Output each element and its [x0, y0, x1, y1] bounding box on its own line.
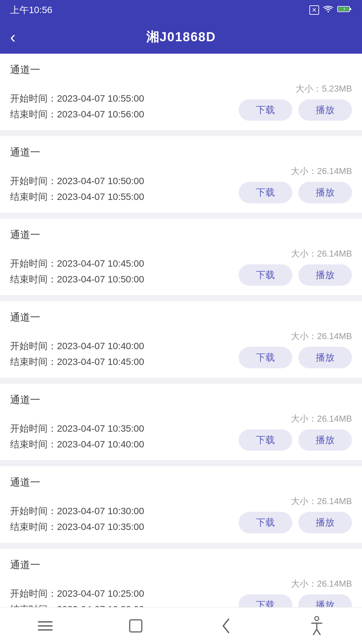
play-button[interactable]: 播放 — [298, 182, 352, 203]
record-actions: 下载 播放 — [239, 99, 352, 121]
record-details: 开始时间：2023-04-07 10:30:00 结束时间：2023-04-07… — [10, 495, 352, 533]
record-item: 通道一 开始时间：2023-04-07 10:30:00 结束时间：2023-0… — [0, 466, 362, 543]
record-start-time: 开始时间：2023-04-07 10:50:00 — [10, 174, 144, 187]
record-channel: 通道一 — [10, 311, 352, 324]
record-details: 开始时间：2023-04-07 10:55:00 结束时间：2023-04-07… — [10, 83, 352, 121]
wifi-icon — [323, 5, 333, 15]
record-start-time: 开始时间：2023-04-07 10:55:00 — [10, 92, 144, 105]
back-button[interactable]: ‹ — [10, 29, 16, 45]
record-right: 大小：26.14MB 下载 播放 — [239, 413, 352, 451]
record-size: 大小：26.14MB — [291, 165, 352, 177]
record-actions: 下载 播放 — [239, 182, 352, 203]
svg-rect-7 — [130, 620, 142, 632]
nav-home[interactable] — [119, 614, 153, 638]
nav-menu[interactable] — [28, 614, 62, 638]
record-start-time: 开始时间：2023-04-07 10:35:00 — [10, 422, 144, 435]
record-end-time: 结束时间：2023-04-07 10:55:00 — [10, 190, 144, 203]
page-title: 湘J01868D — [146, 29, 216, 46]
svg-point-8 — [315, 616, 319, 621]
record-start-time: 开始时间：2023-04-07 10:25:00 — [10, 587, 144, 600]
record-details: 开始时间：2023-04-07 10:50:00 结束时间：2023-04-07… — [10, 165, 352, 203]
record-channel: 通道一 — [10, 558, 352, 572]
record-times: 开始时间：2023-04-07 10:50:00 结束时间：2023-04-07… — [10, 174, 144, 203]
record-times: 开始时间：2023-04-07 10:40:00 结束时间：2023-04-07… — [10, 339, 144, 368]
play-button[interactable]: 播放 — [298, 264, 352, 286]
record-channel: 通道一 — [10, 228, 352, 242]
download-button[interactable]: 下载 — [239, 429, 292, 451]
section-divider — [0, 213, 362, 219]
record-right: 大小：26.14MB 下载 播放 — [239, 165, 352, 203]
header: ‹ 湘J01868D — [0, 20, 362, 54]
record-right: 大小：26.14MB 下载 播放 — [239, 330, 352, 368]
record-actions: 下载 播放 — [239, 512, 352, 533]
record-right: 大小：5.23MB 下载 播放 — [239, 83, 352, 121]
nav-accessibility[interactable] — [300, 614, 334, 638]
message-icon: ✕ — [309, 5, 319, 15]
record-end-time: 结束时间：2023-04-07 10:40:00 — [10, 438, 144, 451]
record-right: 大小：26.14MB 下载 播放 — [239, 248, 352, 286]
record-details: 开始时间：2023-04-07 10:35:00 结束时间：2023-04-07… — [10, 413, 352, 451]
record-item: 通道一 开始时间：2023-04-07 10:35:00 结束时间：2023-0… — [0, 384, 362, 460]
download-button[interactable]: 下载 — [239, 512, 292, 533]
download-button[interactable]: 下载 — [239, 99, 292, 121]
record-channel: 通道一 — [10, 146, 352, 159]
record-item: 通道一 开始时间：2023-04-07 10:50:00 结束时间：2023-0… — [0, 136, 362, 213]
content: 通道一 开始时间：2023-04-07 10:55:00 结束时间：2023-0… — [0, 54, 362, 644]
section-divider — [0, 296, 362, 301]
record-channel: 通道一 — [10, 476, 352, 489]
status-icons: ✕ — [309, 5, 352, 15]
svg-rect-3 — [350, 8, 351, 10]
download-button[interactable]: 下载 — [239, 264, 292, 286]
section-divider — [0, 378, 362, 384]
record-size: 大小：26.14MB — [291, 578, 352, 590]
record-end-time: 结束时间：2023-04-07 10:50:00 — [10, 273, 144, 286]
download-button[interactable]: 下载 — [239, 347, 292, 368]
record-times: 开始时间：2023-04-07 10:55:00 结束时间：2023-04-07… — [10, 92, 144, 121]
play-button[interactable]: 播放 — [298, 347, 352, 368]
record-start-time: 开始时间：2023-04-07 10:45:00 — [10, 257, 144, 270]
record-details: 开始时间：2023-04-07 10:40:00 结束时间：2023-04-07… — [10, 330, 352, 368]
record-right: 大小：26.14MB 下载 播放 — [239, 495, 352, 533]
record-size: 大小：26.14MB — [291, 413, 352, 425]
record-actions: 下载 播放 — [239, 347, 352, 368]
record-times: 开始时间：2023-04-07 10:35:00 结束时间：2023-04-07… — [10, 422, 144, 451]
record-end-time: 结束时间：2023-04-07 10:56:00 — [10, 108, 144, 121]
section-divider — [0, 461, 362, 466]
record-item: 通道一 开始时间：2023-04-07 10:55:00 结束时间：2023-0… — [0, 54, 362, 130]
play-button[interactable]: 播放 — [298, 429, 352, 451]
record-channel: 通道一 — [10, 393, 352, 407]
record-size: 大小：5.23MB — [296, 83, 352, 95]
record-end-time: 结束时间：2023-04-07 10:45:00 — [10, 355, 144, 368]
record-times: 开始时间：2023-04-07 10:45:00 结束时间：2023-04-07… — [10, 257, 144, 286]
status-time: 上午10:56 — [10, 4, 52, 16]
record-details: 开始时间：2023-04-07 10:45:00 结束时间：2023-04-07… — [10, 248, 352, 286]
section-divider — [0, 131, 362, 136]
record-start-time: 开始时间：2023-04-07 10:30:00 — [10, 504, 144, 518]
record-start-time: 开始时间：2023-04-07 10:40:00 — [10, 339, 144, 353]
record-actions: 下载 播放 — [239, 264, 352, 286]
record-size: 大小：26.14MB — [291, 330, 352, 342]
record-actions: 下载 播放 — [239, 429, 352, 451]
status-bar: 上午10:56 ✕ — [0, 0, 362, 20]
play-button[interactable]: 播放 — [298, 512, 352, 533]
record-channel: 通道一 — [10, 63, 352, 77]
record-item: 通道一 开始时间：2023-04-07 10:45:00 结束时间：2023-0… — [0, 219, 362, 295]
record-size: 大小：26.14MB — [291, 248, 352, 260]
section-divider — [0, 543, 362, 549]
play-button[interactable]: 播放 — [298, 99, 352, 121]
record-end-time: 结束时间：2023-04-07 10:35:00 — [10, 520, 144, 533]
svg-line-12 — [317, 629, 320, 635]
bottom-nav — [0, 607, 362, 644]
record-times: 开始时间：2023-04-07 10:30:00 结束时间：2023-04-07… — [10, 504, 144, 533]
record-size: 大小：26.14MB — [291, 495, 352, 507]
download-button[interactable]: 下载 — [239, 182, 292, 203]
nav-back[interactable] — [209, 614, 243, 638]
record-item: 通道一 开始时间：2023-04-07 10:40:00 结束时间：2023-0… — [0, 301, 362, 378]
svg-point-0 — [327, 11, 329, 12]
battery-icon — [337, 5, 352, 15]
svg-line-11 — [313, 629, 317, 635]
